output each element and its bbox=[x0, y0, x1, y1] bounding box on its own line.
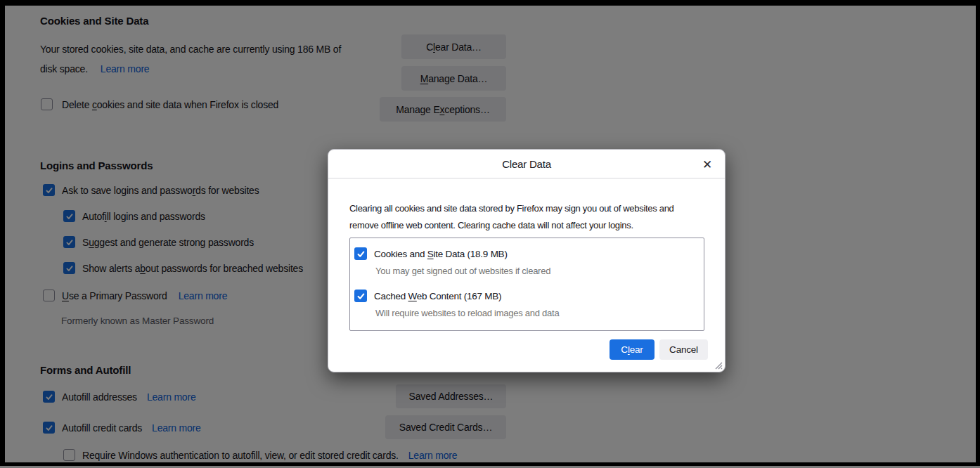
resize-grip-icon[interactable] bbox=[713, 360, 723, 370]
dialog-clear-button[interactable]: Clear bbox=[610, 339, 655, 360]
clear-data-options-group: Cookies and Site Data (18.9 MB) You may … bbox=[349, 238, 704, 331]
cookies-and-site-data-checkbox[interactable] bbox=[354, 247, 367, 260]
dialog-body-text-line2: remove offline web content. Clearing cac… bbox=[349, 219, 633, 232]
dialog-header: Clear Data ✕ bbox=[328, 150, 725, 178]
cached-web-content-label: Cached Web Content (167 MB) bbox=[374, 291, 501, 301]
cookies-and-site-data-label: Cookies and Site Data (18.9 MB) bbox=[374, 249, 508, 259]
close-icon[interactable]: ✕ bbox=[697, 154, 718, 175]
dialog-body-text-line1: Clearing all cookies and site data store… bbox=[349, 202, 674, 215]
checkmark-icon bbox=[356, 249, 366, 259]
cached-web-content-subtext: Will require websites to reload images a… bbox=[375, 308, 559, 318]
cookies-and-site-data-subtext: You may get signed out of websites if cl… bbox=[375, 266, 550, 276]
dialog-cancel-button[interactable]: Cancel bbox=[659, 339, 708, 360]
screenshot-frame: Cookies and Site Data Your stored cookie… bbox=[0, 0, 980, 468]
clear-data-dialog: Clear Data ✕ Clearing all cookies and si… bbox=[328, 149, 726, 372]
cached-web-content-checkbox[interactable] bbox=[354, 290, 367, 302]
firefox-settings-window: Cookies and Site Data Your stored cookie… bbox=[5, 6, 976, 462]
checkmark-icon bbox=[356, 292, 366, 301]
dialog-title: Clear Data bbox=[502, 158, 551, 170]
